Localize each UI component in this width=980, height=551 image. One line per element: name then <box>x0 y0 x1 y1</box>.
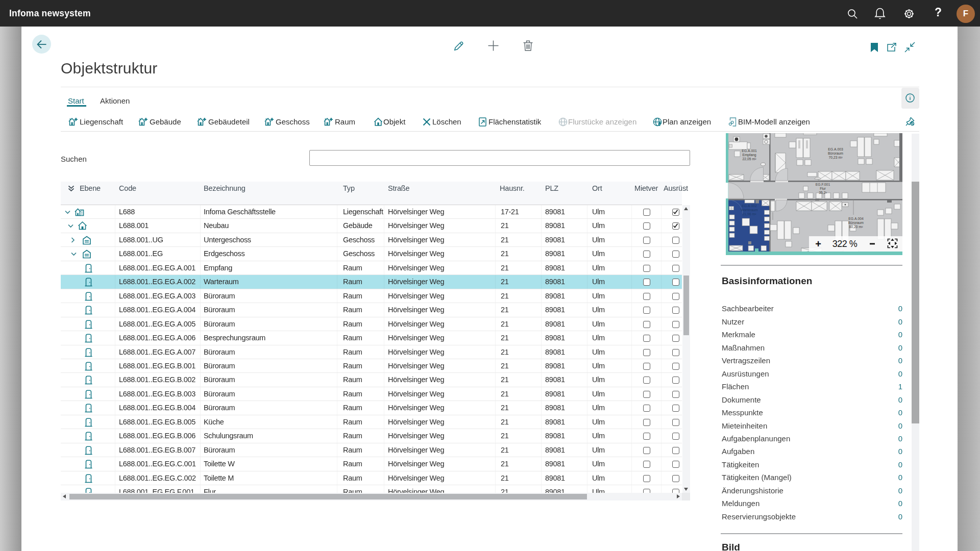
svg-text:Warteraum: Warteraum <box>741 208 758 212</box>
svg-text:Empfang: Empfang <box>742 153 756 157</box>
svg-text:EG.A.004: EG.A.004 <box>848 217 864 220</box>
svg-text:Büroraum: Büroraum <box>848 221 864 224</box>
svg-text:322 %: 322 % <box>832 239 857 249</box>
svg-text:Flur: Flur <box>820 187 826 190</box>
svg-text:21,96 m²: 21,96 m² <box>743 212 757 216</box>
svg-text:EG.A.002: EG.A.002 <box>742 204 757 208</box>
svg-text:70,23 m²: 70,23 m² <box>829 156 843 159</box>
svg-text:+: + <box>815 238 821 249</box>
svg-text:80,20 m²: 80,20 m² <box>849 225 864 229</box>
svg-text:Büroraum: Büroraum <box>828 152 843 155</box>
svg-text:EG.A.003: EG.A.003 <box>828 147 843 151</box>
svg-text:EG.A.001: EG.A.001 <box>742 149 757 153</box>
svg-text:22,05 m²: 22,05 m² <box>743 157 757 161</box>
svg-text:35,2²: 35,2² <box>819 191 827 194</box>
svg-text:EG.F.001: EG.F.001 <box>816 183 830 186</box>
